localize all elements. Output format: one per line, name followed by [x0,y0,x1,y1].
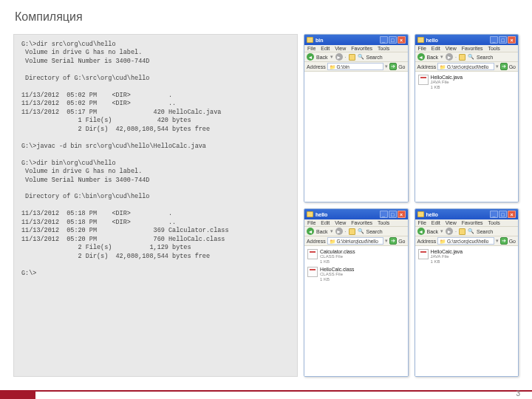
folder-icon [307,211,313,217]
address-chevron-icon[interactable]: ▾ [385,64,388,69]
address-chevron-icon[interactable]: ▾ [496,238,499,244]
search-label: Search [477,229,493,234]
maximize-button[interactable]: □ [499,36,507,44]
search-label: Search [366,55,383,60]
menu-bar: File Edit View Favorites Tools [415,219,519,227]
menu-tools[interactable]: Tools [378,220,389,225]
address-bar: Address 📁 G:\bin\org\cud\hello ▾ ➔ Go [304,236,408,246]
toolbar: ◄ Back ▾ ► · 🔍 Search [304,52,408,62]
window-titlebar[interactable]: hello _ □ × [304,209,408,219]
file-pane[interactable]: Calculator.class CLASS File 1 KB HelloCa… [304,246,408,376]
search-icon[interactable]: 🔍 [358,228,364,234]
file-pane[interactable]: HelloCalc.java JAVA File 1 KB [415,246,519,376]
go-button[interactable]: ➔ [500,237,508,245]
menu-bar: File Edit View Favorites Tools [415,45,519,52]
search-icon[interactable]: 🔍 [468,54,474,60]
menu-edit[interactable]: Edit [432,46,440,51]
back-button[interactable]: ◄ [307,53,314,61]
window-titlebar[interactable]: hello _ □ × [415,209,519,219]
address-label: Address [417,64,437,69]
list-item[interactable]: HelloCalc.class CLASS File 1 KB [307,266,406,284]
menu-view[interactable]: View [446,46,457,51]
file-pane[interactable]: HelloCalc.java JAVA File 1 KB [415,72,519,202]
menu-view[interactable]: View [335,46,346,51]
menu-edit[interactable]: Edit [321,220,330,225]
address-label: Address [307,239,326,244]
address-input[interactable]: 📁 G:\src\org\cud\hello [437,237,494,245]
forward-button[interactable]: ► [446,53,453,61]
close-button[interactable]: × [508,211,516,218]
up-folder-button[interactable] [349,228,355,235]
slide-footer [0,390,532,399]
file-name: HelloCalc.java [431,249,463,254]
maximize-button[interactable]: □ [389,211,397,218]
minimize-button[interactable]: _ [380,211,388,218]
address-chevron-icon[interactable]: ▾ [385,238,388,244]
menu-file[interactable]: File [307,46,316,51]
back-button[interactable]: ◄ [417,228,425,235]
forward-button[interactable]: ► [446,228,453,235]
forward-button[interactable]: ► [335,228,343,235]
slide-title: Компиляция [15,10,83,24]
close-button[interactable]: × [398,211,406,218]
explorer-grid: bin _ □ × File Edit View Favorites Tools… [304,34,519,377]
file-size: 1 KB [320,259,355,265]
up-folder-button[interactable] [459,54,466,61]
forward-button[interactable]: ► [335,53,343,61]
search-icon[interactable]: 🔍 [468,228,474,234]
up-folder-button[interactable] [459,228,466,235]
maximize-button[interactable]: □ [389,36,397,44]
address-input[interactable]: 📁 G:\src\org\cud\hello [437,63,494,70]
menu-view[interactable]: View [446,220,457,225]
back-button[interactable]: ◄ [417,53,425,61]
back-label: Back [427,229,439,234]
menu-tools[interactable]: Tools [488,220,499,225]
close-button[interactable]: × [508,36,516,44]
menu-file[interactable]: File [418,46,426,51]
minimize-button[interactable]: _ [490,211,498,218]
window-titlebar[interactable]: hello _ □ × [415,35,519,45]
menu-file[interactable]: File [307,220,316,225]
address-input[interactable]: 📁 G:\bin\org\cud\hello [327,237,383,245]
menu-edit[interactable]: Edit [432,220,440,225]
minimize-button[interactable]: _ [490,36,498,44]
list-item[interactable]: HelloCalc.java JAVA File 1 KB [417,248,516,266]
search-icon[interactable]: 🔍 [358,54,364,60]
go-button[interactable]: ➔ [389,237,397,245]
explorer-window: hello _ □ × File Edit View Favorites Too… [304,208,409,377]
go-label: Go [398,239,405,244]
separator: · [455,229,457,234]
list-item[interactable]: Calculator.class CLASS File 1 KB [307,248,406,266]
file-pane[interactable] [304,72,408,202]
address-chevron-icon[interactable]: ▾ [496,64,499,69]
minimize-button[interactable]: _ [380,36,388,44]
back-chevron-icon[interactable]: ▾ [330,54,333,60]
up-folder-button[interactable] [349,54,355,61]
back-label: Back [316,55,328,60]
go-button[interactable]: ➔ [389,63,397,70]
menu-favorites[interactable]: Favorites [462,46,483,51]
back-chevron-icon[interactable]: ▾ [440,228,443,234]
back-button[interactable]: ◄ [307,228,314,235]
back-chevron-icon[interactable]: ▾ [440,54,443,60]
menu-edit[interactable]: Edit [321,46,330,51]
menu-favorites[interactable]: Favorites [351,46,372,51]
file-type: CLASS File [320,254,355,259]
file-icon [418,249,429,259]
window-titlebar[interactable]: bin _ □ × [304,35,408,45]
menu-tools[interactable]: Tools [488,46,499,51]
menu-favorites[interactable]: Favorites [462,220,483,225]
window-title: bin [316,38,379,43]
maximize-button[interactable]: □ [499,211,507,218]
close-button[interactable]: × [398,36,406,44]
go-button[interactable]: ➔ [500,63,508,70]
address-bar: Address 📁 G:\src\org\cud\hello ▾ ➔ Go [415,236,519,246]
back-chevron-icon[interactable]: ▾ [330,228,333,234]
address-input[interactable]: 📁 G:\bin [327,63,383,70]
menu-file[interactable]: File [418,220,426,225]
list-item[interactable]: HelloCalc.java JAVA File 1 KB [417,74,516,92]
menu-view[interactable]: View [335,220,346,225]
menu-favorites[interactable]: Favorites [351,220,372,225]
menu-tools[interactable]: Tools [378,46,389,51]
file-icon [418,75,429,85]
